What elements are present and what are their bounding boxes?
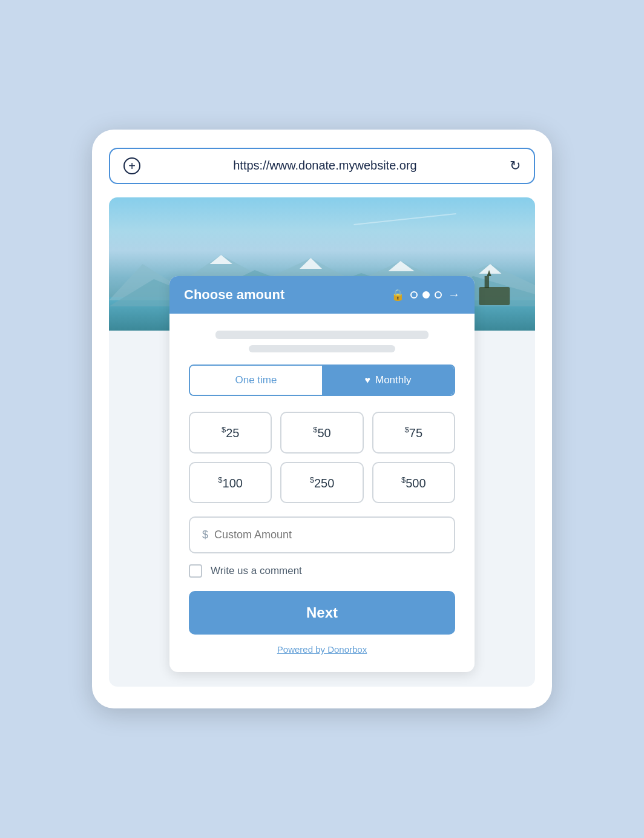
step-dot-3 — [435, 291, 442, 299]
step-dot-1 — [410, 291, 418, 299]
one-time-button[interactable]: One time — [190, 366, 322, 395]
forward-arrow-icon: → — [448, 288, 460, 302]
amount-grid: $25 $50 $75 $100 $250 $500 — [189, 412, 455, 503]
step-indicators — [410, 291, 442, 299]
step-dot-2 — [422, 291, 430, 299]
webpage: Choose amount 🔒 → One — [109, 197, 535, 687]
comment-row: Write us a comment — [189, 564, 455, 578]
card-header-right: 🔒 → — [391, 288, 460, 302]
card-header: Choose amount 🔒 → — [169, 276, 475, 314]
powered-by: Powered by Donorbox — [189, 644, 455, 655]
url-display: https://www.donate.mywebsite.org — [150, 159, 500, 173]
amount-100-button[interactable]: $100 — [189, 462, 272, 504]
svg-rect-8 — [485, 276, 489, 288]
amount-250-button[interactable]: $250 — [280, 462, 363, 504]
donation-card: Choose amount 🔒 → One — [169, 276, 475, 672]
dollar-sign: $ — [202, 529, 208, 541]
skeleton-line-2 — [249, 345, 395, 352]
amount-75-button[interactable]: $75 — [372, 412, 455, 454]
device-frame: + https://www.donate.mywebsite.org ↻ — [92, 130, 552, 708]
refresh-icon[interactable]: ↻ — [510, 158, 521, 174]
contrail — [353, 213, 456, 225]
card-title: Choose amount — [184, 287, 284, 303]
svg-rect-7 — [479, 287, 510, 305]
frequency-toggle: One time ♥ Monthly — [189, 365, 455, 396]
donorbox-link[interactable]: Powered by Donorbox — [277, 644, 367, 655]
comment-checkbox[interactable] — [189, 564, 202, 578]
heart-icon: ♥ — [364, 375, 370, 386]
add-tab-icon[interactable]: + — [123, 157, 140, 174]
next-button[interactable]: Next — [189, 591, 455, 635]
lock-icon: 🔒 — [391, 288, 404, 302]
amount-50-button[interactable]: $50 — [280, 412, 363, 454]
address-bar: + https://www.donate.mywebsite.org ↻ — [109, 148, 535, 184]
card-body: One time ♥ Monthly $25 $50 $75 $100 $250… — [169, 314, 475, 672]
monthly-label: Monthly — [375, 374, 412, 386]
monthly-button[interactable]: ♥ Monthly — [322, 366, 454, 395]
amount-500-button[interactable]: $500 — [372, 462, 455, 504]
custom-amount-field: $ — [189, 516, 455, 553]
skeleton-line-1 — [215, 331, 429, 339]
comment-label: Write us a comment — [211, 565, 302, 577]
custom-amount-input[interactable] — [214, 529, 442, 541]
amount-25-button[interactable]: $25 — [189, 412, 272, 454]
